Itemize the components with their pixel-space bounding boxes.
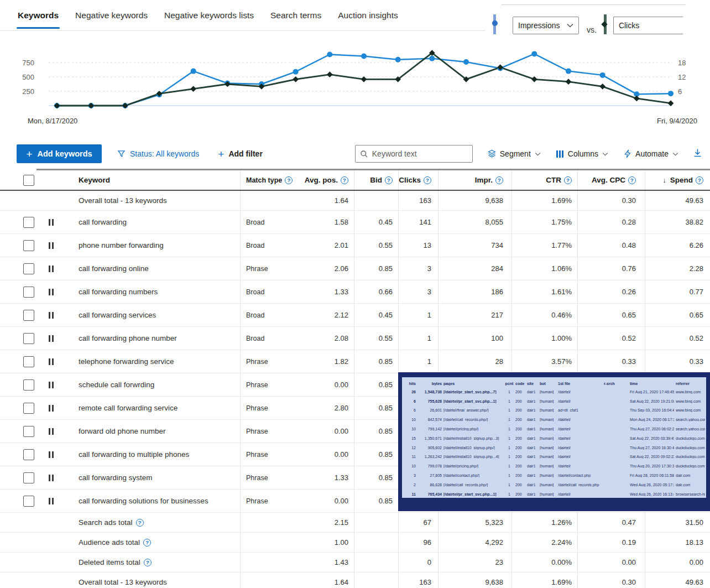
select-all-checkbox[interactable]	[23, 175, 34, 186]
log-header-code: code	[515, 382, 525, 386]
column-header-label: Impr.	[475, 176, 493, 184]
log-bytes-cell: 765,434	[417, 492, 442, 496]
keyword-cell: call forwarding	[61, 211, 240, 233]
log-first-file-cell: ad=dt_cfaf1	[558, 408, 602, 412]
column-header-spend[interactable]: ↓Spend	[645, 170, 710, 190]
log-row: 327,805[/dairtel/contact.php/]1200dair1[…	[405, 471, 705, 480]
column-header-label: CTR	[546, 176, 561, 184]
keyword-text[interactable]: call forwarding phone number	[79, 334, 177, 342]
row-checkbox[interactable]	[23, 472, 34, 483]
info-icon[interactable]	[285, 176, 293, 184]
impr-cell: 217	[438, 304, 511, 326]
keyword-text[interactable]: forward old phone number	[79, 427, 166, 435]
column-header-clicks[interactable]: Clicks	[398, 170, 438, 190]
columns-menu[interactable]: Columns	[556, 149, 608, 158]
info-icon[interactable]	[696, 176, 703, 184]
row-checkbox[interactable]	[23, 449, 34, 460]
keyword-text[interactable]: phone number forwarding	[79, 241, 164, 249]
tab-negative-keywords-lists[interactable]: Negative keywords lists	[163, 8, 255, 23]
keyword-text[interactable]: call forwarding	[79, 218, 127, 226]
log-hits-cell: 15	[405, 436, 416, 440]
log-code-cell: 200	[515, 390, 525, 394]
keyword-text[interactable]: call forwarding solutions for businesses	[79, 497, 208, 505]
info-icon[interactable]	[143, 539, 151, 547]
clicks-point-marker	[566, 79, 572, 85]
metric1-dropdown[interactable]: Impressions	[513, 17, 579, 34]
log-time-cell: Thu Sep 03, 2020 16:04:46	[630, 408, 674, 412]
log-bot-cell: [human]	[540, 446, 556, 450]
info-icon[interactable]	[628, 176, 636, 184]
info-icon[interactable]	[495, 176, 503, 184]
log-header-first_file: 1st file	[558, 382, 602, 386]
cpc-cell: 0.65	[577, 304, 645, 326]
keyword-text[interactable]: telephone forwarding service	[79, 357, 174, 366]
chevron-down-icon	[567, 23, 573, 28]
status-filter-button[interactable]: Status: All keywords	[117, 149, 199, 158]
info-icon[interactable]	[424, 176, 431, 184]
log-row: 10799,142[/dairtel/pricing.php/]1200dair…	[405, 424, 705, 434]
row-checkbox[interactable]	[23, 356, 34, 367]
column-header-impr-[interactable]: Impr.	[438, 170, 511, 190]
clicks-cell: 96	[398, 533, 438, 552]
row-checkbox[interactable]	[23, 333, 34, 344]
log-code-cell: 200	[515, 455, 525, 459]
row-checkbox[interactable]	[23, 263, 34, 274]
log-pcnt-cell: 1	[505, 399, 514, 403]
ctr-cell: 1.06%	[511, 257, 577, 280]
tab-search-terms[interactable]: Search terms	[269, 8, 322, 23]
keyword-cell: telephone forwarding service	[61, 350, 240, 373]
column-header-ctr[interactable]: CTR	[511, 170, 577, 190]
row-checkbox[interactable]	[23, 287, 34, 298]
metric2-label: Clicks	[619, 21, 639, 30]
log-hits-cell: 3	[405, 473, 416, 477]
search-input[interactable]	[372, 149, 461, 158]
ctr-cell: 0.00%	[511, 553, 577, 572]
tab-negative-keywords[interactable]: Negative keywords	[74, 8, 149, 23]
column-header-bid[interactable]: Bid	[354, 170, 398, 190]
info-icon[interactable]	[341, 176, 348, 184]
log-header-bytes: bytes	[417, 382, 442, 386]
info-icon[interactable]	[136, 519, 144, 527]
row-checkbox[interactable]	[23, 496, 34, 507]
automate-menu[interactable]: Automate	[624, 149, 678, 158]
download-button[interactable]	[693, 148, 702, 160]
tab-keywords[interactable]: Keywords	[17, 8, 60, 23]
column-header-match-type[interactable]: Match type	[240, 170, 295, 190]
info-icon[interactable]	[564, 176, 572, 184]
log-row: 151,350,671[/dairtel/install10_signup.ph…	[405, 434, 705, 443]
segment-menu[interactable]: Segment	[487, 149, 541, 158]
checkbox-cell	[0, 327, 41, 350]
status-cell	[41, 553, 61, 572]
column-header-keyword[interactable]: Keyword	[61, 170, 240, 190]
row-checkbox[interactable]	[23, 379, 34, 391]
info-icon[interactable]	[144, 559, 152, 566]
add-filter-button[interactable]: + Add filter	[218, 149, 263, 159]
keyword-text[interactable]: call forwarding to multiple phones	[79, 450, 189, 459]
row-checkbox[interactable]	[23, 426, 34, 437]
checkbox-cell	[0, 553, 41, 572]
tab-auction-insights[interactable]: Auction insights	[337, 8, 399, 23]
info-icon[interactable]	[385, 176, 393, 184]
match-type-cell	[240, 191, 295, 210]
row-checkbox[interactable]	[23, 403, 34, 414]
ctr-cell: 1.69%	[511, 191, 577, 210]
keyword-text[interactable]: call forwarding numbers	[79, 288, 158, 296]
keyword-text[interactable]: call forwarding services	[79, 311, 156, 319]
log-bytes-cell: 1,263,242	[417, 455, 442, 459]
column-header-avg-pos-[interactable]: Avg. pos.	[295, 170, 354, 190]
row-checkbox[interactable]	[23, 217, 34, 228]
keyword-text[interactable]: schedule call forwrding	[79, 381, 154, 389]
column-header-avg-cpc[interactable]: Avg. CPC	[577, 170, 645, 190]
status-cell	[41, 350, 61, 373]
metric1-label: Impressions	[518, 21, 560, 30]
row-checkbox[interactable]	[23, 310, 34, 321]
keyword-text[interactable]: call forwarding system	[79, 473, 153, 482]
metric2-dropdown[interactable]: Clicks	[613, 17, 683, 34]
row-checkbox[interactable]	[23, 240, 34, 251]
log-referrer-cell: dair.com	[676, 483, 705, 487]
keyword-text[interactable]: call forwarding online	[79, 264, 149, 273]
paused-status-icon	[49, 266, 54, 272]
add-keywords-button[interactable]: + Add keywords	[17, 144, 102, 163]
keyword-text[interactable]: remote call forwarding service	[79, 404, 178, 412]
match-type-cell	[240, 553, 295, 572]
